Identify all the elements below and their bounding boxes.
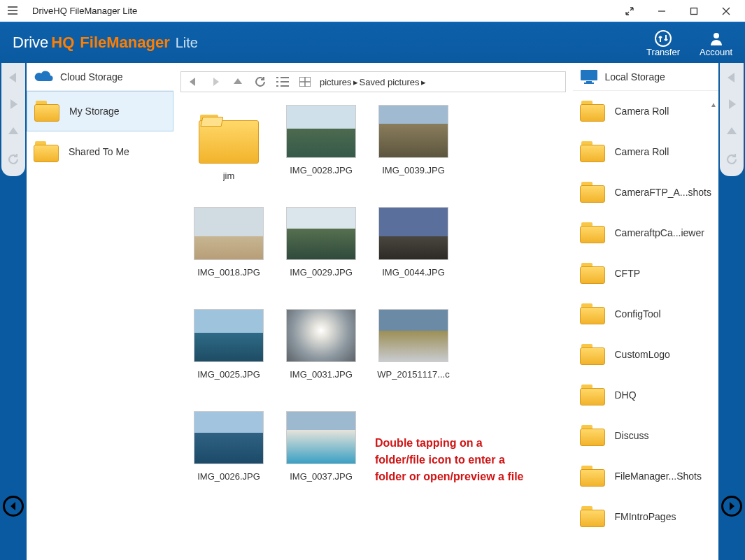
cloud-tree-item[interactable]: Shared To Me	[27, 131, 173, 172]
folder-icon	[580, 466, 605, 487]
tree-item-label: ConfigTool	[615, 308, 661, 320]
thumbnail	[378, 105, 448, 158]
transfer-icon	[654, 29, 672, 48]
svg-point-2	[714, 33, 719, 38]
transfer-label: Transfer	[646, 47, 680, 57]
toolbar-refresh-icon[interactable]	[253, 74, 268, 89]
grid-image[interactable]: IMG_0037.JPG	[276, 411, 367, 509]
svg-rect-6	[584, 82, 594, 84]
local-tree-item[interactable]: FMIntroPages	[573, 496, 719, 537]
folder-icon	[580, 101, 605, 122]
file-name: IMG_0039.JPG	[382, 165, 445, 175]
local-tree-item[interactable]: Camera Roll	[573, 131, 719, 172]
file-name: IMG_0037.JPG	[290, 471, 353, 482]
brand-part: Drive	[13, 34, 48, 52]
tree-item-label: Shared To Me	[69, 146, 129, 157]
nav-up-icon[interactable]	[725, 124, 738, 138]
toolbar-grid-view-icon[interactable]	[297, 74, 313, 89]
hamburger-menu-icon[interactable]	[3, 6, 22, 17]
toolbar-list-view-icon[interactable]	[275, 74, 290, 89]
local-tree-item[interactable]: CameraftpCa...iewer	[573, 213, 719, 253]
file-name: IMG_0026.JPG	[197, 471, 260, 482]
nav-up-icon[interactable]	[7, 124, 20, 138]
breadcrumb[interactable]: pictures ▸ Saved pictures ▸	[320, 77, 426, 87]
local-storage-panel: Local Storage ▲ Camera RollCamera RollCa…	[573, 63, 719, 560]
grid-image[interactable]: IMG_0031.JPG	[276, 309, 367, 407]
brand-logo: DriveHQ FileManager Lite	[13, 34, 198, 52]
grid-folder[interactable]: jim	[183, 105, 274, 203]
local-tree-item[interactable]: CameraFTP_A...shots	[573, 172, 719, 213]
file-name: IMG_0029.JPG	[290, 267, 353, 278]
tree-item-label: Camera Roll	[615, 146, 669, 157]
local-tree-item[interactable]: ConfigTool	[573, 294, 719, 334]
svg-rect-0	[691, 8, 697, 14]
collapse-left-panel-icon[interactable]	[3, 496, 24, 517]
local-tree-item[interactable]: Discuss	[573, 415, 719, 456]
toolbar-up-icon[interactable]	[230, 74, 246, 89]
file-grid: jimIMG_0028.JPGIMG_0039.JPGIMG_0018.JPGI…	[180, 105, 566, 560]
folder-icon	[580, 425, 605, 446]
close-window-icon[interactable]	[710, 0, 742, 22]
thumbnail	[194, 411, 264, 464]
local-tree-item[interactable]: CustomLogo	[573, 334, 719, 375]
tree-item-label: CFTP	[615, 268, 641, 279]
cloud-tree-item[interactable]: My Storage	[27, 91, 173, 131]
content-area: pictures ▸ Saved pictures ▸ jimIMG_0028.…	[173, 63, 573, 560]
local-tree-item[interactable]: CFTP	[573, 253, 719, 294]
nav-forward-icon[interactable]	[6, 98, 20, 110]
local-tree-item[interactable]: Camera Roll	[573, 91, 719, 131]
minimize-window-icon[interactable]	[646, 0, 678, 22]
svg-point-1	[655, 31, 671, 46]
grid-image[interactable]: IMG_0039.JPG	[368, 105, 459, 203]
grid-image[interactable]: IMG_0028.JPG	[276, 105, 367, 203]
maximize-window-icon[interactable]	[678, 0, 710, 22]
nav-back-icon[interactable]	[725, 71, 739, 84]
tree-item-label: Discuss	[615, 430, 649, 441]
nav-refresh-icon[interactable]	[725, 152, 739, 166]
file-name: IMG_0025.JPG	[197, 369, 260, 380]
folder-icon	[580, 385, 605, 405]
local-panel-header: Local Storage	[573, 63, 719, 91]
thumbnail	[194, 309, 264, 362]
folder-icon	[34, 141, 59, 162]
main-area: Cloud Storage My StorageShared To Me pic…	[0, 63, 745, 560]
file-name: WP_20151117...c	[377, 369, 449, 380]
chevron-right-icon: ▸	[421, 77, 426, 87]
toolbar-forward-icon[interactable]	[208, 74, 223, 89]
thumbnail	[286, 411, 356, 464]
folder-icon	[34, 101, 59, 122]
toolbar-back-icon[interactable]	[185, 74, 201, 89]
cloud-panel-header: Cloud Storage	[27, 63, 173, 91]
grid-image[interactable]: IMG_0025.JPG	[183, 309, 274, 407]
content-toolbar: pictures ▸ Saved pictures ▸	[180, 71, 566, 92]
grid-image[interactable]: WP_20151117...c	[368, 309, 459, 407]
cloud-storage-panel: Cloud Storage My StorageShared To Me	[27, 63, 173, 560]
nav-refresh-icon[interactable]	[6, 152, 20, 166]
svg-rect-4	[581, 70, 597, 80]
breadcrumb-seg[interactable]: pictures	[320, 77, 352, 87]
chevron-right-icon: ▸	[353, 77, 358, 87]
usage-hint: Double tapping on a folder/file icon to …	[368, 411, 551, 509]
tree-item-label: CameraftpCa...iewer	[615, 227, 704, 238]
local-tree-item[interactable]: DHQ	[573, 375, 719, 415]
monitor-icon	[580, 69, 598, 85]
expand-window-icon[interactable]	[613, 0, 646, 22]
collapse-right-panel-icon[interactable]	[721, 496, 742, 517]
tree-item-label: FMIntroPages	[615, 511, 676, 522]
folder-icon	[199, 115, 259, 164]
tree-item-label: My Storage	[69, 106, 120, 117]
tree-item-label: Camera Roll	[615, 106, 669, 117]
account-button[interactable]: Account	[700, 29, 732, 57]
grid-image[interactable]: IMG_0026.JPG	[183, 411, 274, 509]
nav-back-icon[interactable]	[6, 71, 20, 84]
grid-image[interactable]: IMG_0029.JPG	[276, 207, 367, 305]
local-tree-item[interactable]: FileManager...Shots	[573, 456, 719, 496]
cloud-icon	[34, 70, 53, 84]
breadcrumb-seg[interactable]: Saved pictures	[360, 77, 420, 87]
nav-forward-icon[interactable]	[725, 98, 739, 110]
grid-image[interactable]: IMG_0044.JPG	[368, 207, 459, 305]
brand-part: HQ	[51, 34, 74, 52]
tree-item-label: DHQ	[615, 389, 637, 401]
transfer-button[interactable]: Transfer	[646, 29, 680, 57]
grid-image[interactable]: IMG_0018.JPG	[183, 207, 274, 305]
